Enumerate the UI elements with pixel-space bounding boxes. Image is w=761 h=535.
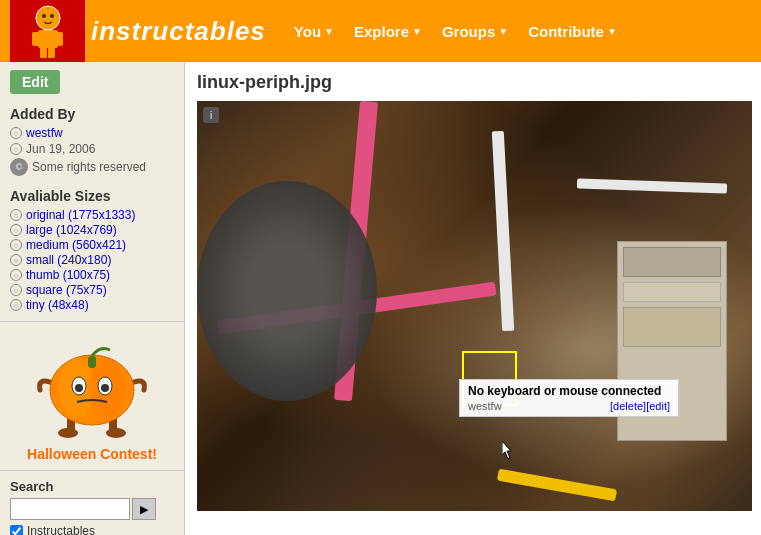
- logo-text: instructables: [91, 16, 266, 47]
- size-tiny[interactable]: ○ tiny (48x48): [10, 298, 174, 312]
- size-small[interactable]: ○ small (240x180): [10, 253, 174, 267]
- author-link[interactable]: westfw: [26, 126, 63, 140]
- tooltip-delete-link[interactable]: [delete]: [610, 400, 646, 412]
- size-icon: ○: [10, 284, 22, 296]
- search-label: Search: [10, 479, 174, 494]
- size-large[interactable]: ○ large (1024x769): [10, 223, 174, 237]
- size-icon: ○: [10, 239, 22, 251]
- nav-contribute-arrow: ▼: [607, 26, 617, 37]
- info-icon[interactable]: i: [203, 107, 219, 123]
- size-square[interactable]: ○ square (75x75): [10, 283, 174, 297]
- tooltip-title: No keyboard or mouse connected: [468, 384, 670, 398]
- nav-explore[interactable]: Explore ▼: [346, 19, 430, 44]
- size-icon: ○: [10, 209, 22, 221]
- svg-rect-4: [55, 32, 63, 46]
- size-medium[interactable]: ○ medium (560x421): [10, 238, 174, 252]
- search-area: Search ▶ Instructables Comments: [0, 470, 184, 535]
- svg-point-20: [101, 384, 109, 392]
- size-icon: ○: [10, 299, 22, 311]
- instructables-checkbox[interactable]: [10, 525, 23, 536]
- size-icon: ○: [10, 224, 22, 236]
- image-container[interactable]: i No keyboard or mouse connected westfw …: [197, 101, 752, 511]
- checkbox-instructables: Instructables: [10, 524, 174, 535]
- tooltip-actions: [delete][edit]: [610, 400, 670, 412]
- svg-rect-6: [48, 48, 55, 58]
- nav-groups-arrow: ▼: [498, 26, 508, 37]
- svg-rect-3: [32, 32, 40, 46]
- nav-explore-arrow: ▼: [412, 26, 422, 37]
- author-icon: ○: [10, 127, 22, 139]
- svg-point-19: [75, 384, 83, 392]
- size-thumb[interactable]: ○ thumb (100x75): [10, 268, 174, 282]
- contest-link[interactable]: Halloween Contest!: [27, 446, 157, 462]
- nav-you-arrow: ▼: [324, 26, 334, 37]
- rights-text: Some rights reserved: [32, 160, 146, 174]
- author-info: ○ westfw: [10, 126, 174, 140]
- svg-point-1: [36, 6, 60, 30]
- search-row: ▶: [10, 498, 174, 520]
- tooltip-author: westfw: [468, 400, 502, 412]
- nav-you[interactable]: You ▼: [286, 19, 342, 44]
- tooltip-footer: westfw [delete][edit]: [468, 400, 670, 412]
- sizes-list: ○ original (1775x1333) ○ large (1024x769…: [10, 208, 174, 312]
- search-input[interactable]: [10, 498, 130, 520]
- rights-info: © Some rights reserved: [10, 158, 174, 176]
- main-layout: Edit Added By ○ westfw ○ Jun 19, 2006 © …: [0, 62, 761, 535]
- date-icon: ○: [10, 143, 22, 155]
- pumpkin-image: [32, 330, 152, 440]
- date-text: Jun 19, 2006: [26, 142, 95, 156]
- search-button[interactable]: ▶: [132, 498, 156, 520]
- rights-icon: ©: [10, 158, 28, 176]
- size-original[interactable]: ○ original (1775x1333): [10, 208, 174, 222]
- svg-rect-5: [40, 48, 47, 58]
- content-area: linux-periph.jpg: [185, 62, 761, 535]
- svg-point-12: [106, 428, 126, 438]
- header: instructables You ▼ Explore ▼ Groups ▼ C…: [0, 0, 761, 62]
- sidebar: Edit Added By ○ westfw ○ Jun 19, 2006 © …: [0, 62, 185, 535]
- tooltip: No keyboard or mouse connected westfw [d…: [459, 379, 679, 417]
- size-icon: ○: [10, 269, 22, 281]
- nav-contribute[interactable]: Contribute ▼: [520, 19, 625, 44]
- svg-point-8: [50, 14, 54, 18]
- size-icon: ○: [10, 254, 22, 266]
- date-info: ○ Jun 19, 2006: [10, 142, 174, 156]
- main-image: [197, 101, 752, 511]
- sizes-section: Avaliable Sizes ○ original (1775x1333) ○…: [0, 184, 184, 321]
- dark-equipment: [197, 181, 377, 401]
- added-by-heading: Added By: [10, 106, 174, 122]
- tooltip-edit-link[interactable]: [edit]: [646, 400, 670, 412]
- main-nav: You ▼ Explore ▼ Groups ▼ Contribute ▼: [286, 19, 625, 44]
- image-title: linux-periph.jpg: [197, 72, 749, 93]
- nav-groups[interactable]: Groups ▼: [434, 19, 516, 44]
- svg-rect-16: [88, 356, 96, 368]
- logo-icon: [10, 0, 85, 62]
- svg-point-7: [42, 14, 46, 18]
- pumpkin-area: Halloween Contest!: [0, 321, 184, 470]
- sizes-heading: Avaliable Sizes: [10, 188, 174, 204]
- added-by-section: Added By ○ westfw ○ Jun 19, 2006 © Some …: [0, 102, 184, 184]
- edit-button[interactable]: Edit: [10, 70, 60, 94]
- svg-point-11: [58, 428, 78, 438]
- logo-area: instructables: [10, 0, 266, 62]
